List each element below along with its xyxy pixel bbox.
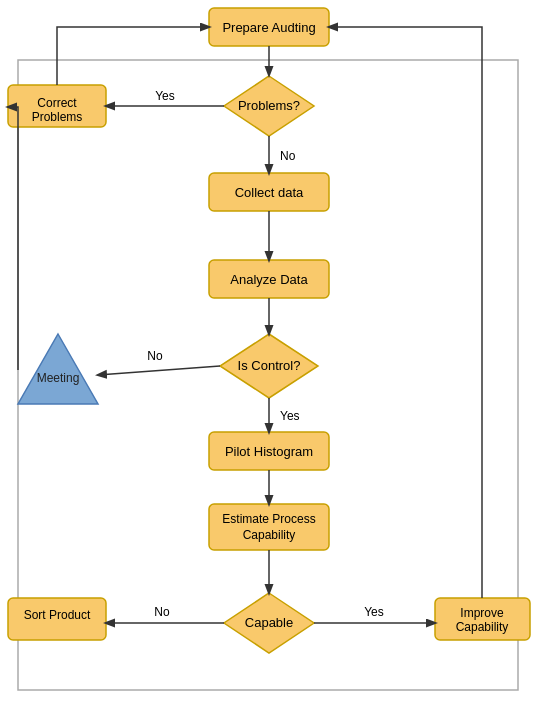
svg-line-35 [98, 366, 220, 375]
svg-text:Improve: Improve [460, 606, 504, 620]
svg-text:Yes: Yes [155, 89, 175, 103]
svg-rect-18 [209, 504, 329, 550]
svg-text:Collect data: Collect data [235, 185, 304, 200]
svg-text:Prepare Audting: Prepare Audting [222, 20, 315, 35]
svg-text:Yes: Yes [280, 409, 300, 423]
svg-text:Correct: Correct [37, 96, 77, 110]
svg-text:Pilot Histogram: Pilot Histogram [225, 444, 313, 459]
svg-text:Capable: Capable [245, 615, 293, 630]
svg-text:Estimate Process: Estimate Process [222, 512, 315, 526]
svg-text:Capability: Capability [243, 528, 296, 542]
svg-text:Capability: Capability [456, 620, 509, 634]
svg-text:Analyze Data: Analyze Data [230, 272, 308, 287]
svg-text:No: No [154, 605, 170, 619]
svg-text:Problems: Problems [32, 110, 83, 124]
svg-text:No: No [147, 349, 163, 363]
svg-text:Yes: Yes [364, 605, 384, 619]
flowchart-svg: Prepare Audting Problems? Correct Proble… [0, 0, 539, 703]
svg-text:Problems?: Problems? [238, 98, 300, 113]
svg-text:Sort Product: Sort Product [24, 608, 91, 622]
diagram-container: Prepare Audting Problems? Correct Proble… [0, 0, 539, 703]
svg-text:Is Control?: Is Control? [238, 358, 301, 373]
svg-marker-14 [18, 334, 98, 404]
svg-text:No: No [280, 149, 296, 163]
svg-text:Meeting: Meeting [37, 371, 80, 385]
